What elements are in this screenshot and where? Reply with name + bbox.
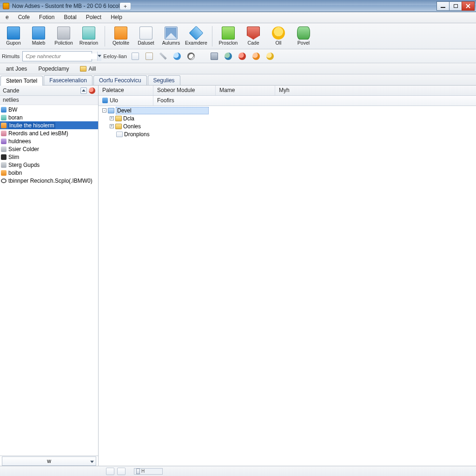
menu-cofe[interactable]: Cofe — [13, 12, 34, 23]
menu-polect[interactable]: Polect — [81, 12, 106, 23]
tree-node[interactable]: BW — [0, 106, 98, 113]
toolbar-povel[interactable]: Povel — [292, 25, 315, 48]
toolbar-aulumrs[interactable]: Aulumrs — [159, 25, 183, 48]
stop-icon[interactable] — [89, 87, 95, 94]
node-label: lnulie the hisolerm — [8, 122, 55, 129]
node-label: boibn — [8, 170, 22, 176]
titlebar-extra-tab[interactable]: + — [119, 2, 131, 10]
folder-label: Oonles — [123, 123, 141, 130]
menu-fotion[interactable]: Fotion — [34, 12, 59, 23]
toolbar-gupon[interactable]: Gupon — [2, 25, 25, 48]
viewtab-oorfu-feocolvicu[interactable]: Oorfu Feocolvicu — [93, 75, 147, 85]
left-tree[interactable]: BWboranlnulie the hisolermReordis and Le… — [0, 105, 98, 456]
folder-node[interactable]: -Devel — [99, 106, 476, 114]
tree-node[interactable]: Ssier Colder — [0, 145, 98, 153]
povel-icon — [297, 26, 310, 40]
toolbar-maleb[interactable]: Maleb — [27, 25, 50, 48]
tree-node[interactable]: boibn — [0, 169, 98, 177]
doc-icon-button[interactable] — [130, 51, 141, 62]
toolbar-examdere[interactable]: Examdere — [185, 25, 208, 48]
left-panel: Cande netlies BWboranlnulie the hisolerm… — [0, 86, 99, 466]
minimize-button[interactable] — [436, 1, 450, 11]
app-icon — [3, 3, 9, 9]
menu-help[interactable]: Help — [106, 12, 127, 23]
maximize-button[interactable] — [449, 1, 462, 11]
close-button[interactable] — [462, 1, 475, 11]
toolbar-label: Qetolite — [112, 40, 129, 46]
tree-node[interactable]: lnulie the hisolerm — [0, 121, 98, 129]
monitor-icon-button[interactable] — [209, 51, 220, 62]
tree-node[interactable]: Sterg Gupds — [0, 161, 98, 169]
folder-node[interactable]: +Oonles — [99, 122, 476, 130]
column-icon — [102, 98, 108, 103]
column-headers-2: UloFoofirs — [99, 96, 476, 106]
poliction-icon — [57, 26, 70, 40]
status-chip-2[interactable] — [117, 468, 126, 475]
viewtabs-bar: Steten TortelFasecelenalionOorfu Feocolv… — [0, 74, 476, 86]
slider-label: H — [141, 469, 145, 474]
node-icon — [1, 139, 7, 144]
rrearion-icon — [82, 26, 95, 40]
node-icon — [1, 170, 7, 176]
expand-toggle-icon[interactable]: + — [110, 116, 114, 120]
toolbar-rrearion[interactable]: Rrearion — [77, 25, 100, 48]
column-header[interactable]: Ulo — [99, 96, 153, 106]
folder-icon — [115, 124, 122, 129]
toolbar-label: Rrearion — [79, 40, 98, 46]
subtab-all[interactable]: Aill — [75, 64, 101, 74]
secondary-toolbar: Rimults Eeloy-lian — [0, 49, 476, 63]
viewtab-segulies[interactable]: Segulies — [148, 75, 180, 85]
folder-node[interactable]: +Dcla — [99, 114, 476, 122]
collapse-icon[interactable] — [80, 87, 87, 94]
node-icon — [1, 131, 7, 136]
wrench-icon-button[interactable] — [158, 51, 169, 62]
expand-toggle-icon[interactable]: - — [102, 108, 106, 112]
toolbar-daluset[interactable]: Daluset — [134, 25, 158, 48]
docx-icon-button[interactable] — [144, 51, 155, 62]
subtab-all-label: Aill — [88, 66, 96, 72]
column-header[interactable]: Mame — [216, 86, 275, 95]
combo-nahnectur[interactable] — [22, 51, 92, 61]
toolbar-prosclon[interactable]: Prosclon — [217, 25, 240, 48]
folder-node[interactable]: Dronplons — [99, 130, 476, 138]
column-header[interactable]: Paletace — [99, 86, 153, 95]
tree-node[interactable]: Slim — [0, 153, 98, 161]
toolbar-qetolite[interactable]: Qetolite — [109, 25, 132, 48]
tree-node[interactable]: huldnees — [0, 137, 98, 145]
footer-dropdown[interactable]: w — [2, 456, 96, 466]
toolbar-oll[interactable]: Oll — [267, 25, 290, 48]
status-chip-1[interactable] — [106, 468, 114, 475]
column-header[interactable]: Myh — [275, 86, 475, 95]
column-header[interactable]: Foofirs — [153, 96, 476, 106]
viewtab-steten-tortel[interactable]: Steten Tortel — [0, 76, 43, 86]
toolbar-cade[interactable]: Cade — [242, 25, 265, 48]
globe-icon-button[interactable] — [172, 51, 183, 62]
secbar-right-label: Eeloy-lian — [103, 53, 127, 59]
subtab-popedclamy[interactable]: Popedclamy — [33, 64, 74, 74]
world-icon-button[interactable] — [223, 51, 234, 62]
tree-node[interactable]: Reordis and Led iesBM) — [0, 129, 98, 137]
column-header[interactable]: Sobeor Module — [153, 86, 216, 95]
main-area: Cande netlies BWboranlnulie the hisolerm… — [0, 86, 476, 466]
folder-icon — [115, 116, 122, 121]
menu-e[interactable]: e — [1, 12, 13, 23]
subtab-ant-joes[interactable]: ant Joes — [1, 64, 32, 74]
toolbar-poliction[interactable]: Poliction — [52, 25, 75, 48]
orange-status-icon-button[interactable] — [251, 51, 262, 62]
expand-toggle-icon[interactable]: + — [110, 124, 114, 128]
combo-input[interactable] — [23, 53, 97, 59]
oll-icon — [272, 26, 285, 40]
window-controls — [437, 1, 475, 11]
right-tree[interactable]: -Devel+Dcla+OonlesDronplons — [99, 106, 476, 466]
tree-node[interactable]: boran — [0, 113, 98, 121]
viewtab-fasecelenalion[interactable]: Fasecelenalion — [44, 75, 93, 85]
red-status-icon-button[interactable] — [237, 51, 248, 62]
status-slider[interactable] — [134, 468, 163, 475]
yellow-status-icon-button[interactable] — [264, 51, 276, 62]
tree-node[interactable]: tbinnper Recionch.Scplo(.IBMW0) — [0, 177, 98, 185]
chevron-down-icon[interactable] — [97, 52, 101, 61]
slider-handle[interactable] — [136, 469, 140, 474]
node-icon — [1, 146, 7, 152]
menu-botal[interactable]: Botal — [59, 12, 81, 23]
zoom-icon-button[interactable] — [185, 51, 197, 62]
